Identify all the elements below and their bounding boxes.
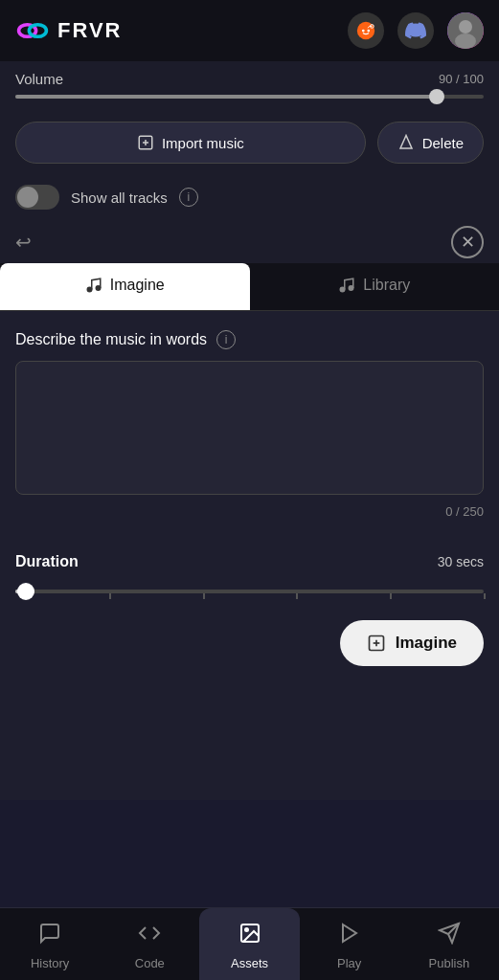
volume-thumb[interactable]: [429, 89, 444, 104]
app-header: FRVR: [0, 0, 499, 61]
svg-marker-22: [343, 924, 356, 942]
delete-label: Delete: [422, 135, 464, 151]
close-button[interactable]: ✕: [451, 226, 484, 258]
nav-assets[interactable]: Assets: [199, 908, 299, 980]
duration-row: Duration 30 secs: [15, 553, 484, 570]
show-all-tracks-toggle[interactable]: [15, 185, 59, 210]
duration-label: Duration: [15, 553, 79, 570]
tab-imagine[interactable]: Imagine: [0, 263, 250, 310]
imagine-btn-label: Imagine: [396, 634, 457, 653]
duration-slider[interactable]: [15, 582, 484, 601]
svg-point-15: [341, 287, 346, 292]
svg-point-7: [459, 20, 472, 33]
describe-section: Describe the music in words i 0 / 250: [0, 311, 499, 538]
code-icon: [138, 922, 161, 950]
assets-icon: [238, 922, 261, 950]
describe-label: Describe the music in words: [15, 331, 207, 348]
reddit-button[interactable]: [348, 12, 384, 49]
tick-2: [203, 593, 205, 599]
logo: FRVR: [15, 13, 123, 48]
import-music-button[interactable]: Import music: [15, 122, 366, 164]
bottom-nav: History Code Assets Play: [0, 907, 499, 980]
imagine-button[interactable]: Imagine: [340, 620, 484, 666]
import-icon: [137, 134, 154, 151]
imagine-btn-icon: [367, 634, 386, 653]
music-note-imagine-icon: [85, 277, 102, 294]
duration-section: Duration 30 secs: [0, 538, 499, 601]
volume-value: 90 / 100: [439, 72, 484, 86]
tracks-info-icon[interactable]: i: [179, 188, 198, 207]
music-note-library-icon: [338, 277, 355, 294]
nav-play-label: Play: [337, 956, 361, 970]
svg-point-21: [245, 928, 248, 931]
svg-point-16: [350, 286, 354, 291]
describe-info-icon[interactable]: i: [216, 330, 236, 349]
svg-marker-12: [400, 136, 412, 149]
tracks-label: Show all tracks: [71, 189, 168, 206]
tracks-row: Show all tracks i: [0, 173, 499, 221]
svg-point-8: [455, 33, 476, 49]
volume-label: Volume: [15, 71, 63, 87]
char-max: 250: [463, 504, 484, 519]
nav-publish-label: Publish: [429, 956, 470, 970]
char-current: 0: [445, 504, 452, 519]
action-buttons: Import music Delete: [0, 112, 499, 173]
tab-library-label: Library: [363, 277, 410, 294]
nav-code[interactable]: Code: [100, 908, 199, 980]
logo-text: FRVR: [57, 18, 123, 43]
volume-row: Volume 90 / 100: [15, 71, 484, 87]
main-panel: Imagine Library Describe the music in wo…: [0, 263, 499, 800]
delete-button[interactable]: Delete: [377, 122, 484, 164]
user-avatar[interactable]: [447, 12, 484, 49]
header-icons: [348, 12, 484, 49]
publish-icon: [438, 922, 461, 950]
import-label: Import music: [162, 135, 244, 151]
tabs: Imagine Library: [0, 263, 499, 311]
svg-point-3: [362, 30, 365, 33]
imagine-btn-container: Imagine: [0, 601, 499, 666]
describe-row: Describe the music in words i: [15, 330, 484, 349]
music-description-input[interactable]: [15, 361, 484, 495]
nav-publish[interactable]: Publish: [399, 908, 499, 980]
svg-point-4: [367, 30, 370, 33]
frvr-logo-icon: [15, 13, 50, 48]
tab-library[interactable]: Library: [250, 263, 500, 310]
nav-play[interactable]: Play: [300, 908, 399, 980]
duration-thumb[interactable]: [17, 583, 34, 600]
reddit-icon: [355, 20, 376, 41]
discord-button[interactable]: [397, 12, 434, 49]
tick-5: [484, 593, 486, 599]
tool-row: ↩ ✕: [0, 221, 499, 263]
volume-section: Volume 90 / 100: [0, 61, 499, 112]
volume-fill: [15, 95, 437, 99]
duration-track: [15, 590, 484, 593]
play-icon: [338, 922, 361, 950]
svg-point-13: [87, 287, 92, 292]
undo-icon[interactable]: ↩: [15, 231, 32, 254]
nav-history[interactable]: History: [0, 908, 100, 980]
tick-4: [390, 593, 392, 599]
nav-assets-label: Assets: [231, 956, 268, 970]
history-icon: [38, 922, 61, 950]
tick-1: [109, 593, 111, 599]
tab-imagine-label: Imagine: [110, 277, 165, 294]
svg-point-1: [29, 25, 46, 37]
tick-3: [296, 593, 298, 599]
toggle-knob: [17, 187, 38, 208]
char-count: 0 / 250: [15, 504, 484, 519]
nav-history-label: History: [31, 956, 69, 970]
duration-value: 30 secs: [438, 554, 484, 569]
svg-point-14: [96, 286, 101, 291]
discord-icon: [405, 20, 426, 41]
volume-slider[interactable]: [15, 95, 484, 99]
nav-code-label: Code: [135, 956, 165, 970]
delete-icon: [397, 134, 415, 151]
